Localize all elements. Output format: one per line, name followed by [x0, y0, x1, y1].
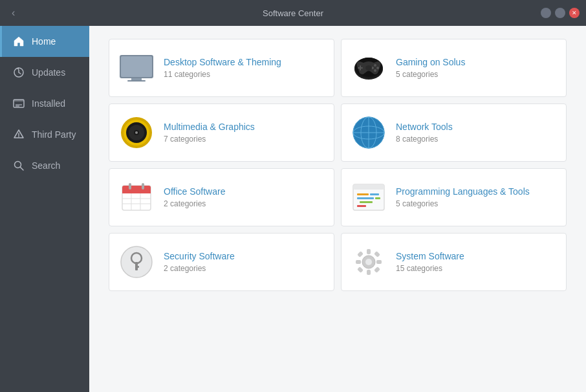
category-office[interactable]: Office Software 2 categories [109, 168, 334, 226]
category-multimedia[interactable]: Multimedia & Graphics 7 categories [109, 103, 334, 162]
system-category-info: System Software 15 categories [396, 251, 464, 273]
svg-rect-51 [370, 193, 379, 195]
svg-rect-50 [357, 205, 366, 207]
programming-category-info: Programming Languages & Tools 5 categori… [396, 186, 530, 208]
sidebar-item-home[interactable]: Home [0, 26, 89, 57]
svg-rect-10 [121, 56, 152, 77]
svg-rect-64 [357, 251, 364, 257]
svg-rect-52 [375, 197, 380, 199]
sidebar: Home Updates Installed [0, 26, 89, 392]
svg-rect-61 [367, 270, 371, 275]
svg-rect-66 [357, 267, 364, 273]
titlebar: ‹ Software Center ✕ [0, 0, 586, 26]
multimedia-category-icon [118, 114, 155, 151]
home-icon [12, 35, 25, 48]
svg-point-20 [374, 69, 376, 72]
main-layout: Home Updates Installed [0, 26, 586, 392]
svg-rect-47 [357, 193, 369, 195]
programming-category-icon [351, 179, 387, 215]
sidebar-updates-label: Updates [32, 67, 65, 78]
svg-point-59 [365, 259, 372, 265]
multimedia-category-count: 7 categories [164, 135, 255, 144]
svg-rect-57 [135, 268, 138, 270]
system-category-count: 15 categories [396, 264, 464, 273]
office-category-icon [118, 179, 155, 215]
category-gaming[interactable]: Gaming on Solus 5 categories [341, 39, 567, 97]
svg-rect-39 [129, 183, 131, 190]
categories-grid: Desktop Software & Theming 11 categories [109, 39, 567, 291]
third-party-icon [12, 128, 25, 141]
gaming-category-count: 5 categories [396, 70, 465, 79]
svg-point-22 [365, 65, 372, 71]
desktop-category-icon [118, 50, 155, 86]
svg-rect-38 [122, 191, 151, 193]
category-desktop[interactable]: Desktop Software & Theming 11 categories [109, 39, 334, 97]
minimize-button[interactable] [541, 8, 551, 18]
svg-rect-12 [127, 80, 146, 82]
svg-rect-40 [142, 183, 144, 190]
network-category-icon [351, 114, 387, 151]
category-programming[interactable]: Programming Languages & Tools 5 categori… [341, 168, 567, 226]
office-category-name: Office Software [164, 186, 225, 197]
desktop-category-name: Desktop Software & Theming [164, 57, 281, 67]
programming-category-name: Programming Languages & Tools [396, 186, 530, 197]
sidebar-item-updates[interactable]: Updates [0, 57, 89, 88]
security-category-name: Security Software [164, 251, 235, 261]
gaming-category-info: Gaming on Solus 5 categories [396, 57, 465, 79]
svg-point-18 [374, 64, 376, 67]
office-category-count: 2 categories [164, 199, 225, 208]
svg-line-8 [21, 168, 24, 171]
svg-rect-48 [357, 197, 374, 199]
updates-icon [12, 66, 25, 79]
svg-point-6 [18, 136, 19, 138]
svg-rect-62 [356, 260, 361, 264]
system-category-icon [351, 244, 387, 280]
svg-rect-63 [376, 260, 382, 264]
sidebar-installed-label: Installed [32, 98, 65, 109]
sidebar-home-label: Home [32, 36, 56, 47]
network-category-info: Network Tools 8 categories [396, 122, 453, 144]
gaming-category-icon [351, 50, 387, 86]
svg-rect-46 [353, 184, 384, 190]
content-area: Desktop Software & Theming 11 categories [89, 26, 586, 392]
sidebar-item-third-party[interactable]: Third Party [0, 119, 89, 150]
svg-point-19 [376, 67, 379, 69]
category-security[interactable]: Security Software 2 categories [109, 233, 334, 291]
app-title: Software Center [263, 8, 323, 18]
system-category-name: System Software [396, 251, 464, 261]
desktop-category-count: 11 categories [164, 70, 281, 79]
svg-rect-49 [360, 201, 373, 203]
restore-button[interactable] [555, 8, 565, 18]
window-controls: ✕ [541, 8, 580, 18]
sidebar-item-search[interactable]: Search [0, 150, 89, 181]
network-category-count: 8 categories [396, 135, 453, 144]
sidebar-item-installed[interactable]: Installed [0, 88, 89, 119]
back-button[interactable]: ‹ [6, 5, 20, 21]
svg-rect-67 [374, 267, 380, 273]
desktop-category-info: Desktop Software & Theming 11 categories [164, 57, 281, 79]
security-category-count: 2 categories [164, 264, 235, 273]
svg-rect-60 [367, 249, 371, 254]
category-network[interactable]: Network Tools 8 categories [341, 103, 567, 162]
svg-rect-56 [135, 266, 139, 268]
multimedia-category-info: Multimedia & Graphics 7 categories [164, 122, 255, 144]
svg-rect-17 [358, 67, 363, 69]
installed-icon [12, 97, 25, 110]
security-category-info: Security Software 2 categories [164, 251, 235, 273]
office-category-info: Office Software 2 categories [164, 186, 225, 208]
category-system[interactable]: System Software 15 categories [341, 233, 567, 291]
svg-point-28 [135, 131, 138, 134]
sidebar-search-label: Search [32, 160, 60, 171]
svg-rect-65 [374, 251, 380, 257]
search-icon [12, 159, 25, 172]
security-category-icon [118, 244, 155, 280]
svg-rect-11 [131, 78, 142, 80]
multimedia-category-name: Multimedia & Graphics [164, 122, 255, 132]
network-category-name: Network Tools [396, 122, 453, 132]
svg-rect-2 [14, 100, 24, 102]
close-button[interactable]: ✕ [569, 8, 580, 18]
gaming-category-name: Gaming on Solus [396, 57, 465, 67]
programming-category-count: 5 categories [396, 199, 530, 208]
sidebar-third-party-label: Third Party [32, 129, 76, 140]
